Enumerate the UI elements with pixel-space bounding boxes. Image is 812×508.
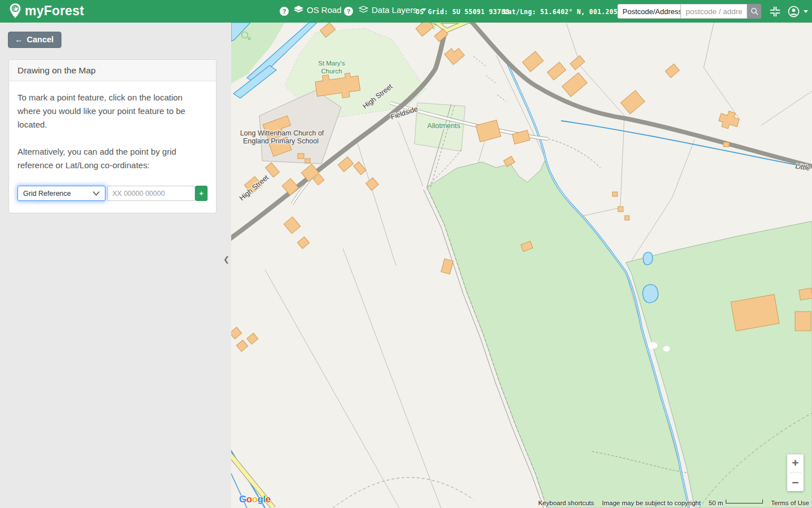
- school-label-1: Long Wittenham Church of: [240, 129, 324, 137]
- compress-icon: [769, 6, 781, 17]
- fullscreen-toggle-button[interactable]: [769, 6, 781, 20]
- allotments-label: Allotments: [427, 122, 460, 130]
- zoom-in-button[interactable]: +: [787, 454, 804, 471]
- panel-title: Drawing on the Map: [9, 60, 216, 81]
- back-arrow-icon: ←: [15, 35, 23, 44]
- basemap-menu[interactable]: OS Road: [294, 5, 351, 15]
- sidebar: ← Cancel Drawing on the Map To mark a po…: [0, 23, 231, 508]
- help-icon-2[interactable]: ?: [344, 7, 353, 16]
- search-icon: [751, 7, 758, 15]
- map-graphics: St Mary's Church Long Wittenham Church o…: [231, 23, 812, 508]
- terms-link[interactable]: Terms of Use: [771, 500, 809, 506]
- grid-reference-input[interactable]: [107, 186, 195, 201]
- scale-line: [726, 500, 763, 503]
- map-attribution: Keyboard shortcuts Image may be subject …: [538, 500, 809, 506]
- layers-icon: [294, 6, 303, 14]
- cancel-button[interactable]: ← Cancel: [8, 32, 61, 48]
- coordinate-type-select[interactable]: Grid Reference: [17, 186, 105, 201]
- chevron-down-icon: [92, 191, 100, 196]
- account-menu[interactable]: [788, 6, 808, 17]
- copyright-text: Image may be subject to copyright: [602, 500, 701, 506]
- zoom-control: + −: [787, 454, 804, 491]
- search-mode-select[interactable]: Postcode/Address: [617, 4, 681, 19]
- data-layers-menu-label: Data Layers: [372, 5, 417, 15]
- sidebar-collapse-handle[interactable]: ❮: [223, 255, 230, 264]
- map-canvas[interactable]: St Mary's Church Long Wittenham Church o…: [231, 23, 812, 508]
- school-label-2: England Primary School: [243, 137, 319, 145]
- st-marys-label-1: St Mary's: [318, 60, 345, 67]
- scale-bar: 50 m: [709, 500, 764, 506]
- google-logo[interactable]: Google: [239, 494, 271, 505]
- keyboard-shortcuts-link[interactable]: Keyboard shortcuts: [538, 500, 594, 506]
- drawing-panel: Drawing on the Map To mark a point featu…: [8, 59, 217, 213]
- panel-body: To mark a point feature, click on the lo…: [9, 81, 216, 213]
- scale-label: 50 m: [709, 500, 723, 506]
- brand-logo[interactable]: myForest: [9, 3, 84, 19]
- zoom-divider: [789, 472, 801, 473]
- os-grid-readout: OS Grid: SU 55091 93788: [416, 8, 509, 16]
- location-search: Postcode/Address: [617, 4, 761, 19]
- st-marys-label-2: Church: [321, 68, 342, 75]
- basemap-menu-label: OS Road: [307, 5, 342, 15]
- zoom-out-button[interactable]: −: [787, 474, 804, 491]
- little-road-label: Little: [795, 162, 811, 172]
- search-input[interactable]: [681, 4, 747, 19]
- map-pin-tree-icon: [9, 3, 21, 19]
- coordinate-type-value: Grid Reference: [23, 190, 71, 198]
- brand-name: myForest: [25, 3, 84, 19]
- search-mode-value: Postcode/Address: [623, 7, 682, 16]
- app-header: myForest ? OS Road ? Data Layers OS Grid…: [0, 0, 812, 23]
- cancel-label: Cancel: [27, 35, 54, 44]
- instruction-text-1: To mark a point feature, click on the lo…: [17, 91, 207, 132]
- coordinate-entry-row: Grid Reference +: [17, 186, 208, 201]
- user-avatar-icon: [788, 6, 800, 17]
- instruction-text-2: Alternatively, you can add the point by …: [17, 145, 207, 172]
- woodland: [427, 161, 812, 508]
- search-button[interactable]: [747, 4, 761, 19]
- lat-lng-readout: Lat/Lng: 51.6402° N, 001.2053° W: [504, 8, 634, 16]
- help-icon[interactable]: ?: [280, 7, 289, 16]
- layers-outline-icon: [359, 6, 368, 14]
- chevron-down-icon: [804, 10, 808, 13]
- add-point-button[interactable]: +: [195, 186, 208, 201]
